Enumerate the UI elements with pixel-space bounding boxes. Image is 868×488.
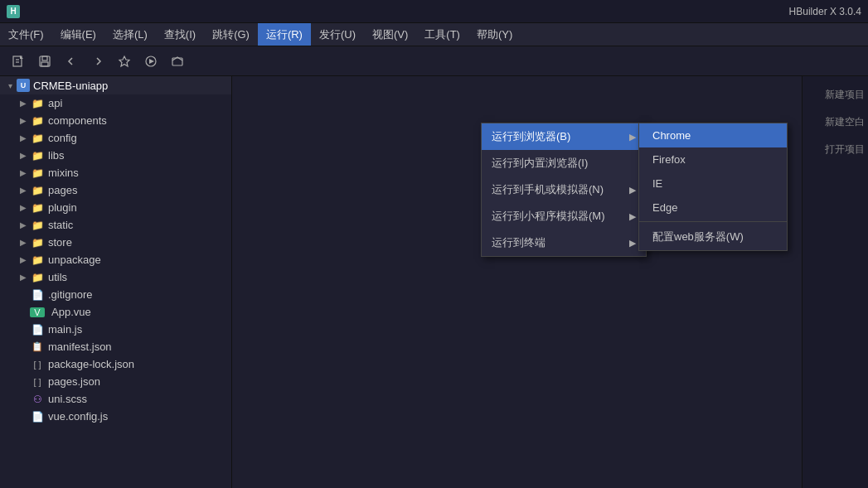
- menu-release[interactable]: 发行(U): [311, 23, 364, 46]
- unpackage-label: unpackage: [48, 254, 101, 266]
- gitignore-icon: 📄: [30, 289, 45, 301]
- sidebar-item-api[interactable]: ▶ 📁 api: [0, 94, 231, 112]
- sidebar-item-utils[interactable]: ▶ 📁 utils: [0, 268, 231, 286]
- run-internal-item[interactable]: 运行到内置浏览器(I): [482, 150, 646, 176]
- browser-edge[interactable]: Edge: [639, 196, 787, 220]
- svg-marker-9: [149, 59, 154, 64]
- browser-firefox[interactable]: Firefox: [639, 147, 787, 172]
- sidebar-item-manifest[interactable]: ▶ 📋 manifest.json: [0, 338, 231, 355]
- sidebar-item-unpackage[interactable]: ▶ 📁 unpackage: [0, 251, 231, 268]
- toolbar-save[interactable]: [33, 50, 56, 73]
- svg-rect-6: [41, 62, 48, 66]
- sidebar-item-packagelock[interactable]: ▶ [ ] package-lock.json: [0, 355, 231, 373]
- menu-jump[interactable]: 跳转(G): [204, 23, 258, 46]
- sidebar: ▾ U CRMEB-uniapp ▶ 📁 api ▶ 📁 components …: [0, 76, 232, 488]
- components-label: components: [48, 114, 107, 127]
- run-mini-item[interactable]: 运行到小程序模拟器(M) ▶: [482, 203, 646, 230]
- menu-help[interactable]: 帮助(Y): [468, 23, 521, 46]
- sidebar-item-appvue[interactable]: ▶ V App.vue: [0, 303, 231, 321]
- mainjs-icon: 📄: [30, 324, 45, 336]
- unpackage-arrow: ▶: [17, 255, 30, 264]
- uniscss-icon: ⚇: [30, 394, 45, 405]
- title-bar: H HBuilder X 3.0.4: [0, 0, 868, 23]
- toolbar-back[interactable]: [60, 50, 83, 73]
- sidebar-item-mixins[interactable]: ▶ 📁 mixins: [0, 164, 231, 181]
- browser-configure[interactable]: 配置web服务器(W): [639, 224, 787, 250]
- run-mini-arrow: ▶: [629, 211, 636, 222]
- vueconfig-label: vue.config.js: [48, 410, 108, 423]
- utils-label: utils: [48, 271, 67, 283]
- sidebar-item-pages[interactable]: ▶ 📁 pages: [0, 181, 231, 199]
- sidebar-item-static[interactable]: ▶ 📁 static: [0, 216, 231, 234]
- pages-folder-icon: 📁: [30, 185, 45, 196]
- sidebar-item-uniscss[interactable]: ▶ ⚇ uni.scss: [0, 390, 231, 408]
- manifest-icon: 📋: [30, 341, 45, 352]
- api-folder-icon: 📁: [30, 98, 45, 109]
- utils-folder-icon: 📁: [30, 272, 45, 283]
- uniscss-label: uni.scss: [48, 393, 87, 405]
- sidebar-item-vueconfig[interactable]: ▶ 📄 vue.config.js: [0, 408, 231, 425]
- open-project-btn[interactable]: 打开项目: [808, 138, 868, 162]
- run-browser-item[interactable]: 运行到浏览器(B) ▶: [482, 123, 646, 150]
- appvue-icon: V: [30, 307, 45, 317]
- sidebar-item-config[interactable]: ▶ 📁 config: [0, 129, 231, 147]
- toolbar-new[interactable]: [7, 50, 30, 73]
- run-device-label: 运行到手机或模拟器(N): [492, 182, 604, 197]
- libs-arrow: ▶: [17, 151, 30, 160]
- menu-view[interactable]: 视图(V): [364, 23, 416, 46]
- sidebar-item-gitignore[interactable]: ▶ 📄 .gitignore: [0, 286, 231, 303]
- sidebar-item-store[interactable]: ▶ 📁 store: [0, 234, 231, 251]
- menu-run[interactable]: 运行(R): [258, 23, 311, 46]
- components-folder-icon: 📁: [30, 115, 45, 127]
- menu-tools[interactable]: 工具(T): [416, 23, 468, 46]
- menu-file[interactable]: 文件(F): [0, 23, 52, 46]
- libs-folder-icon: 📁: [30, 150, 45, 162]
- plugin-folder-icon: 📁: [30, 202, 45, 214]
- sidebar-item-components[interactable]: ▶ 📁 components: [0, 112, 231, 129]
- main-layout: ▾ U CRMEB-uniapp ▶ 📁 api ▶ 📁 components …: [0, 76, 868, 488]
- toolbar-explore[interactable]: [166, 50, 189, 73]
- run-terminal-label: 运行到终端: [492, 235, 546, 250]
- chrome-label: Chrome: [652, 129, 691, 142]
- browser-chrome[interactable]: Chrome: [639, 123, 787, 147]
- app-logo: H: [7, 5, 20, 18]
- api-arrow: ▶: [17, 99, 30, 108]
- plugin-label: plugin: [48, 201, 77, 214]
- toolbar-star[interactable]: [113, 50, 136, 73]
- menu-edit[interactable]: 编辑(E): [52, 23, 104, 46]
- root-badge: U: [17, 79, 30, 92]
- run-terminal-item[interactable]: 运行到终端 ▶: [482, 230, 646, 256]
- root-arrow: ▾: [3, 81, 17, 90]
- menu-select[interactable]: 选择(L): [104, 23, 156, 46]
- svg-marker-7: [119, 56, 129, 66]
- appvue-label: App.vue: [51, 306, 91, 318]
- run-mini-label: 运行到小程序模拟器(M): [492, 209, 605, 224]
- mixins-label: mixins: [48, 167, 79, 179]
- browser-submenu: Chrome Firefox IE Edge 配置web服务器(W): [638, 123, 788, 251]
- title-bar-title: HBuilder X 3.0.4: [789, 6, 861, 17]
- sidebar-item-libs[interactable]: ▶ 📁 libs: [0, 147, 231, 164]
- config-label: config: [48, 132, 77, 144]
- browser-ie[interactable]: IE: [639, 172, 787, 196]
- toolbar-forward[interactable]: [86, 50, 109, 73]
- run-device-item[interactable]: 运行到手机或模拟器(N) ▶: [482, 176, 646, 203]
- unpackage-folder-icon: 📁: [30, 254, 45, 266]
- run-browser-label: 运行到浏览器(B): [492, 129, 570, 144]
- sidebar-item-plugin[interactable]: ▶ 📁 plugin: [0, 199, 231, 216]
- sidebar-item-mainjs[interactable]: ▶ 📄 main.js: [0, 321, 231, 338]
- store-arrow: ▶: [17, 238, 30, 247]
- manifest-label: manifest.json: [48, 341, 112, 353]
- toolbar: [0, 46, 868, 76]
- run-browser-arrow: ▶: [629, 132, 636, 143]
- toolbar-play[interactable]: [139, 50, 162, 73]
- new-project-btn[interactable]: 新建项目: [808, 83, 868, 107]
- run-internal-label: 运行到内置浏览器(I): [492, 156, 588, 171]
- sidebar-root[interactable]: ▾ U CRMEB-uniapp: [0, 76, 231, 94]
- new-blank-btn[interactable]: 新建空白: [808, 110, 868, 134]
- pagesjson-label: pages.json: [48, 375, 100, 388]
- run-device-arrow: ▶: [629, 185, 636, 196]
- sidebar-item-pagesjson[interactable]: ▶ [ ] pages.json: [0, 373, 231, 390]
- static-label: static: [48, 219, 73, 231]
- menu-search[interactable]: 查找(I): [156, 23, 204, 46]
- plugin-arrow: ▶: [17, 203, 30, 212]
